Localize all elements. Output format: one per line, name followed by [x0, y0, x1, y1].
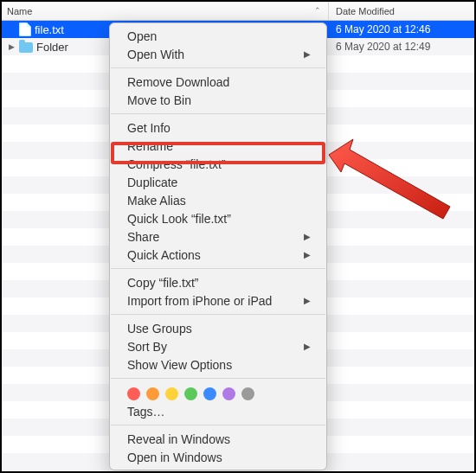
- menu-label: Tags…: [127, 405, 165, 419]
- menu-label: Get Info: [127, 121, 170, 135]
- menu-label: Copy “file.txt”: [127, 276, 198, 290]
- menu-label: Quick Look “file.txt”: [127, 212, 231, 226]
- tag-blue[interactable]: [203, 387, 216, 400]
- column-date-label: Date Modified: [336, 6, 395, 16]
- menu-label: Share: [127, 230, 159, 244]
- tag-yellow[interactable]: [165, 387, 178, 400]
- tag-purple[interactable]: [222, 387, 235, 400]
- file-name: file.txt: [35, 23, 64, 36]
- file-date: 6 May 2020 at 12:46: [329, 23, 474, 35]
- list-header: Name ⌃ Date Modified: [2, 2, 474, 21]
- menu-separator: [111, 67, 325, 68]
- chevron-right-icon: ▶: [304, 342, 311, 351]
- folder-date: 6 May 2020 at 12:49: [329, 41, 474, 53]
- menu-label: Sort By: [127, 340, 167, 354]
- menu-remove-download[interactable]: Remove Download: [110, 73, 326, 91]
- column-name[interactable]: Name ⌃: [2, 2, 329, 20]
- menu-rename[interactable]: Rename: [110, 137, 326, 155]
- file-icon: [19, 22, 31, 36]
- menu-separator: [111, 378, 325, 379]
- chevron-right-icon: ▶: [304, 296, 311, 305]
- menu-label: Reveal in Windows: [127, 432, 230, 446]
- menu-separator: [111, 268, 325, 269]
- tag-orange[interactable]: [146, 387, 159, 400]
- menu-label: Open: [127, 29, 157, 43]
- menu-move-to-bin[interactable]: Move to Bin: [110, 91, 326, 109]
- menu-separator: [111, 425, 325, 425]
- menu-import[interactable]: Import from iPhone or iPad▶: [110, 291, 326, 310]
- menu-label: Rename: [127, 139, 173, 153]
- menu-quick-actions[interactable]: Quick Actions▶: [110, 246, 326, 264]
- menu-duplicate[interactable]: Duplicate: [110, 173, 326, 191]
- menu-label: Compress “file.txt”: [127, 157, 226, 171]
- menu-open[interactable]: Open: [110, 27, 326, 45]
- folder-name: Folder: [36, 41, 68, 54]
- chevron-right-icon: ▶: [304, 232, 311, 241]
- tag-red[interactable]: [127, 387, 140, 400]
- menu-tags[interactable]: Tags…: [110, 402, 326, 420]
- menu-separator: [111, 314, 325, 315]
- column-date[interactable]: Date Modified: [329, 2, 474, 20]
- menu-label: Show View Options: [127, 358, 232, 372]
- sort-caret-icon: ⌃: [314, 6, 321, 15]
- menu-label: Move to Bin: [127, 93, 191, 107]
- menu-label: Remove Download: [127, 75, 229, 89]
- menu-open-in-windows[interactable]: Open in Windows: [110, 448, 326, 466]
- menu-copy[interactable]: Copy “file.txt”: [110, 273, 326, 291]
- menu-separator: [111, 113, 325, 114]
- menu-label: Open in Windows: [127, 451, 222, 464]
- menu-get-info[interactable]: Get Info: [110, 118, 326, 137]
- column-name-label: Name: [7, 6, 32, 16]
- menu-label: Use Groups: [127, 322, 192, 336]
- context-menu: Open Open With▶ Remove Download Move to …: [109, 22, 327, 470]
- menu-label: Duplicate: [127, 176, 177, 189]
- menu-compress[interactable]: Compress “file.txt”: [110, 155, 326, 173]
- menu-show-view-options[interactable]: Show View Options: [110, 355, 326, 374]
- menu-quick-look[interactable]: Quick Look “file.txt”: [110, 209, 326, 227]
- folder-icon: [19, 42, 33, 53]
- menu-label: Quick Actions: [127, 248, 201, 262]
- chevron-right-icon: ▶: [304, 250, 311, 259]
- disclosure-icon[interactable]: ▶: [7, 42, 16, 51]
- menu-label: Open With: [127, 48, 184, 61]
- menu-reveal-in-windows[interactable]: Reveal in Windows: [110, 430, 326, 448]
- tag-grey[interactable]: [241, 387, 254, 400]
- menu-use-groups[interactable]: Use Groups: [110, 319, 326, 337]
- menu-make-alias[interactable]: Make Alias: [110, 191, 326, 209]
- chevron-right-icon: ▶: [304, 49, 311, 59]
- menu-share[interactable]: Share▶: [110, 227, 326, 246]
- tags-row: [110, 383, 326, 402]
- menu-sort-by[interactable]: Sort By▶: [110, 337, 326, 355]
- menu-label: Make Alias: [127, 194, 186, 208]
- menu-open-with[interactable]: Open With▶: [110, 45, 326, 63]
- tag-green[interactable]: [184, 387, 197, 400]
- menu-label: Import from iPhone or iPad: [127, 294, 272, 308]
